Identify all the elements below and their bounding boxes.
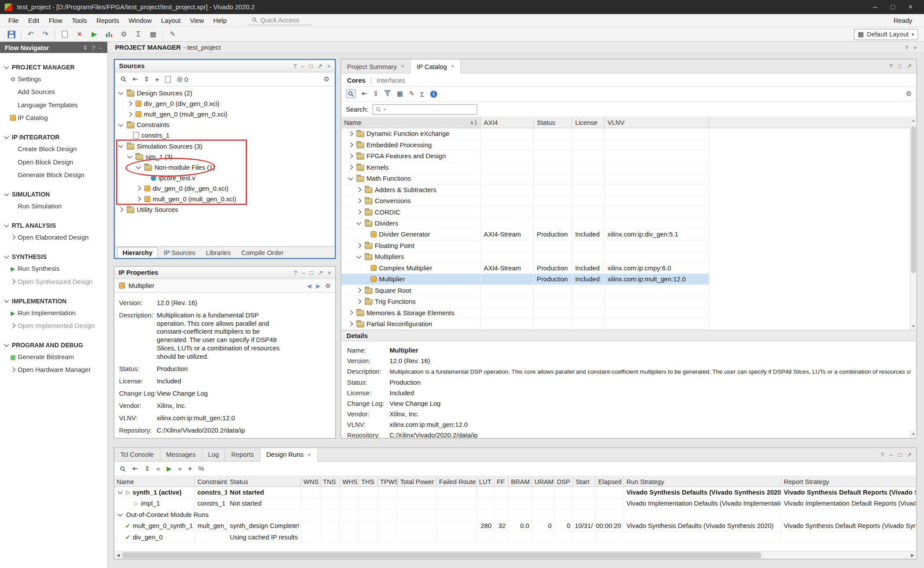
detail-status-link[interactable]: Production — [389, 379, 420, 386]
column-header[interactable]: THS — [359, 476, 378, 486]
settings-gear-icon[interactable]: ⚙ — [118, 29, 129, 40]
sum-icon[interactable]: Σ — [133, 29, 144, 40]
catalog-category-row[interactable]: Dynamic Function eXchange — [341, 128, 709, 139]
column-header[interactable]: LUT — [477, 476, 494, 486]
catalog-ip-row-selected[interactable]: MultiplierProductionIncludedxilinx.com:i… — [341, 274, 709, 285]
layout-selector[interactable]: ▦ Default Layout ▾ — [854, 29, 918, 40]
float-icon[interactable]: ↗ — [907, 451, 912, 458]
section-simulation[interactable]: SIMULATION — [0, 189, 107, 200]
close-icon[interactable]: × — [328, 269, 331, 276]
nav-item-ip-catalog[interactable]: IP Catalog — [0, 111, 107, 124]
catalog-category-row[interactable]: Conversions — [341, 196, 709, 207]
maximize-icon[interactable]: □ — [310, 269, 313, 276]
nav-item-open-block-design[interactable]: Open Block Design — [0, 156, 107, 168]
help-icon[interactable]: ? — [905, 44, 908, 51]
minimize-icon[interactable]: – — [889, 451, 892, 458]
catalog-category-row[interactable]: Dividers — [341, 218, 709, 229]
nav-item-open-synthesized-design[interactable]: Open Synthesized Design — [0, 275, 107, 288]
nav-item-generate-bitstream[interactable]: ▦Generate Bitstream — [0, 350, 107, 363]
catalog-category-row[interactable]: Math Functions — [341, 173, 709, 184]
tree-item-constraints[interactable]: Constraints — [115, 120, 335, 130]
catalog-category-row[interactable]: Partial Reconfiguration — [341, 319, 709, 330]
tab-log[interactable]: Log — [202, 448, 225, 461]
minimize-button[interactable]: – — [866, 0, 884, 14]
scroll-left-icon[interactable]: ◀ — [114, 553, 122, 558]
panel-settings-gear-icon[interactable]: ⚙ — [906, 90, 912, 98]
launch-runs-icon[interactable]: ▶ — [166, 465, 171, 472]
menu-reports[interactable]: Reports — [92, 15, 124, 25]
catalog-vertical-scrollbar[interactable]: ▴ ▾ — [910, 117, 917, 330]
details-scroll-down-icon[interactable]: ▾ — [910, 430, 917, 438]
tab-project-summary[interactable]: Project Summary × — [341, 59, 411, 73]
help-icon[interactable]: ? — [889, 63, 892, 69]
tab-reports[interactable]: Reports — [225, 448, 260, 461]
tab-ip-catalog[interactable]: IP Catalog × — [411, 59, 461, 73]
tree-item-utility-sources[interactable]: Utility Sources — [115, 204, 335, 215]
column-header[interactable]: Run Strategy — [624, 476, 781, 486]
nav-item-open-implemented-design[interactable]: Open Implemented Design — [0, 319, 107, 332]
column-header-vlnv[interactable]: VLNV — [605, 117, 709, 128]
design-run-row-div-gen[interactable]: ✓div_gen_0 Using cached IP results — [114, 532, 917, 543]
menu-file[interactable]: File — [4, 15, 23, 25]
info-icon[interactable]: i — [430, 91, 437, 98]
sources-panel-header[interactable]: Sources ? – □ ↗ × — [115, 60, 335, 73]
add-sources-icon[interactable]: + — [155, 76, 159, 83]
scroll-right-icon[interactable]: ▶ — [909, 553, 916, 558]
catalog-category-row[interactable]: Trig Functions — [341, 296, 709, 307]
menu-view[interactable]: View — [185, 15, 209, 25]
run-icon[interactable]: ▶ — [89, 29, 99, 40]
tab-tcl-console[interactable]: Tcl Console — [114, 448, 160, 461]
expand-all-icon[interactable]: ⇕ — [83, 44, 88, 51]
panel-settings-gear-icon[interactable]: ⚙ — [323, 75, 329, 83]
float-icon[interactable]: ↗ — [318, 63, 323, 69]
maximize-icon[interactable]: □ — [309, 63, 313, 69]
customize-wrench-icon[interactable]: ✎ — [409, 90, 414, 98]
collapse-all-icon[interactable]: ⇤ — [132, 75, 138, 83]
catalog-search-input[interactable]: ▾ — [372, 104, 477, 114]
undo-icon[interactable]: ↶ — [26, 29, 36, 40]
tree-item-design-sources[interactable]: Design Sources (2) — [115, 88, 335, 98]
column-header[interactable]: Report Strategy — [781, 476, 917, 486]
menu-flow[interactable]: Flow — [44, 15, 67, 25]
column-header[interactable]: Start — [573, 476, 596, 486]
percent-icon[interactable]: % — [198, 465, 204, 472]
forward-icon[interactable]: ▶ — [316, 282, 320, 289]
menu-edit[interactable]: Edit — [23, 15, 44, 25]
menu-layout[interactable]: Layout — [156, 15, 185, 25]
section-implementation[interactable]: IMPLEMENTATION — [0, 295, 107, 306]
tree-item-non-module-files[interactable]: Non-module Files (1) — [115, 162, 335, 172]
close-tab-icon[interactable]: × — [308, 451, 311, 458]
design-run-row-mult-gen-synth[interactable]: ✓mult_gen_0_synth_1 mult_gen_0synth_desi… — [114, 521, 917, 532]
catalog-category-row[interactable]: Embedded Processing — [341, 139, 709, 150]
close-icon[interactable]: × — [327, 63, 331, 69]
quick-access-search[interactable]: Quick Access — [248, 15, 312, 25]
delete-icon[interactable]: × — [74, 29, 85, 40]
column-header[interactable]: WHS — [340, 476, 359, 486]
catalog-category-row[interactable]: Memories & Storage Elements — [341, 307, 709, 318]
search-icon[interactable] — [120, 466, 126, 472]
copy-icon[interactable] — [59, 29, 70, 40]
column-header[interactable]: Total Power — [398, 476, 436, 486]
nav-item-language-templates[interactable]: Language Templates — [0, 98, 107, 111]
section-synthesis[interactable]: SYNTHESIS — [0, 251, 107, 262]
tree-item-constrs-1[interactable]: constrs_1 — [115, 130, 335, 141]
catalog-category-row[interactable]: CORDIC — [341, 207, 709, 218]
redo-icon[interactable]: ↷ — [40, 29, 51, 40]
tree-item-sim-1[interactable]: sim_1 (3) — [115, 151, 335, 162]
gear-icon[interactable]: ⚙ — [325, 282, 330, 289]
hide-panel-icon[interactable]: – — [99, 44, 103, 51]
column-header-status[interactable]: Status — [534, 117, 572, 128]
float-icon[interactable]: ↗ — [318, 269, 323, 276]
scrollbar-thumb[interactable] — [911, 126, 916, 273]
column-header[interactable]: Name — [114, 476, 195, 486]
tree-item-sim-mult-gen[interactable]: mult_gen_0 (mult_gen_0.xci) — [115, 194, 335, 204]
design-run-row-synth1[interactable]: ▷synth_1 (active) constrs_1Not started V… — [114, 487, 917, 498]
step-forward-icon[interactable]: » — [178, 465, 182, 472]
help-icon[interactable]: ? — [881, 451, 884, 458]
menu-tools[interactable]: Tools — [67, 15, 92, 25]
catalog-category-row[interactable]: Floating Point — [341, 240, 709, 251]
column-header[interactable]: Elapsed — [596, 476, 624, 486]
nav-item-run-implementation[interactable]: ▶Run Implementation — [0, 306, 107, 319]
column-header[interactable]: DSP — [554, 476, 573, 486]
tree-item-div-gen[interactable]: div_gen_0 (div_gen_0.xci) — [115, 98, 335, 109]
